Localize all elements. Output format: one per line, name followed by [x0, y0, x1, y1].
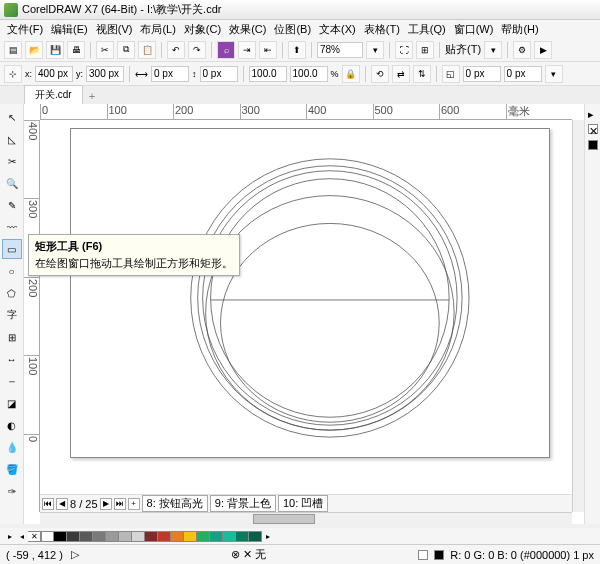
color-swatch[interactable] — [223, 531, 236, 542]
polygon-tool-icon[interactable]: ⬠ — [2, 283, 22, 303]
units-dropdown-icon[interactable]: ▾ — [545, 65, 563, 83]
fill-tool-icon[interactable]: 🪣 — [2, 459, 22, 479]
publish-icon[interactable]: ⬆ — [288, 41, 306, 59]
rotate-icon[interactable]: ⟲ — [371, 65, 389, 83]
menu-text[interactable]: 文本(X) — [316, 22, 359, 37]
color-swatch[interactable] — [249, 531, 262, 542]
shape-tool-icon[interactable]: ◺ — [2, 129, 22, 149]
color-swatch[interactable] — [171, 531, 184, 542]
add-tab-button[interactable]: + — [83, 88, 101, 104]
menu-bar[interactable]: 文件(F) 编辑(E) 视图(V) 布局(L) 对象(C) 效果(C) 位图(B… — [0, 20, 600, 38]
color-swatch[interactable] — [106, 531, 119, 542]
y-input[interactable] — [86, 66, 124, 82]
zoom-input[interactable] — [317, 42, 363, 58]
menu-layout[interactable]: 布局(L) — [137, 22, 178, 37]
menu-file[interactable]: 文件(F) — [4, 22, 46, 37]
zoom-dropdown-icon[interactable]: ▾ — [366, 41, 384, 59]
page-tab-10[interactable]: 10: 凹槽 — [278, 495, 328, 512]
zoom-tool-icon[interactable]: 🔍 — [2, 173, 22, 193]
no-fill-swatch[interactable]: ✕ — [588, 124, 598, 134]
fill-swatch[interactable] — [434, 550, 444, 560]
menu-edit[interactable]: 编辑(E) — [48, 22, 91, 37]
mirror-v-icon[interactable]: ⇅ — [413, 65, 431, 83]
menu-tools[interactable]: 工具(Q) — [405, 22, 449, 37]
rectangle-tool-icon[interactable]: ▭ — [2, 239, 22, 259]
color-swatch[interactable] — [210, 531, 223, 542]
dimension-tool-icon[interactable]: ↔ — [2, 349, 22, 369]
color-swatch[interactable] — [145, 531, 158, 542]
color-swatch[interactable] — [41, 531, 54, 542]
horizontal-ruler[interactable]: 0100200300400500600毫米 — [40, 104, 572, 120]
horizontal-scrollbar[interactable] — [40, 512, 572, 524]
palette-prev-icon[interactable]: ◂ — [16, 532, 28, 541]
offset-y-input[interactable] — [504, 66, 542, 82]
doc-tab[interactable]: 开关.cdr — [24, 85, 83, 104]
export-icon[interactable]: ⇤ — [259, 41, 277, 59]
width-input[interactable] — [151, 66, 189, 82]
palette-next-icon[interactable]: ▸ — [262, 532, 274, 541]
paste-icon[interactable]: 📋 — [138, 41, 156, 59]
palette-menu-icon[interactable]: ▸ — [4, 532, 16, 541]
vertical-ruler[interactable]: 4003002001000 — [24, 120, 40, 512]
height-input[interactable] — [200, 66, 238, 82]
color-swatch[interactable] — [236, 531, 249, 542]
sidebar-toggle-icon[interactable]: ▸ — [588, 108, 598, 118]
offset-x-input[interactable] — [463, 66, 501, 82]
undo-icon[interactable]: ↶ — [167, 41, 185, 59]
drawing-canvas[interactable] — [40, 120, 572, 494]
menu-window[interactable]: 窗口(W) — [451, 22, 497, 37]
options-icon[interactable]: ⚙ — [513, 41, 531, 59]
scale-y-input[interactable] — [290, 66, 328, 82]
last-page-icon[interactable]: ⏭ — [114, 498, 126, 510]
fullscreen-icon[interactable]: ⛶ — [395, 41, 413, 59]
page-tab-9[interactable]: 9: 背景上色 — [210, 495, 276, 512]
color-swatch[interactable] — [158, 531, 171, 542]
x-input[interactable] — [35, 66, 73, 82]
page[interactable] — [70, 128, 550, 458]
vertical-scrollbar[interactable] — [572, 120, 584, 512]
import-icon[interactable]: ⇥ — [238, 41, 256, 59]
freehand-tool-icon[interactable]: ✎ — [2, 195, 22, 215]
snap-label[interactable]: 贴齐(T) — [445, 42, 481, 57]
cut-icon[interactable]: ✂ — [96, 41, 114, 59]
print-icon[interactable]: 🖶 — [67, 41, 85, 59]
corner-icon[interactable]: ◱ — [442, 65, 460, 83]
first-page-icon[interactable]: ⏮ — [42, 498, 54, 510]
scale-x-input[interactable] — [249, 66, 287, 82]
new-icon[interactable]: ▤ — [4, 41, 22, 59]
color-swatch[interactable] — [197, 531, 210, 542]
color-swatch[interactable] — [132, 531, 145, 542]
text-tool-icon[interactable]: 字 — [2, 305, 22, 325]
outline-swatch[interactable] — [418, 550, 428, 560]
copy-icon[interactable]: ⧉ — [117, 41, 135, 59]
color-swatch[interactable] — [184, 531, 197, 542]
mirror-h-icon[interactable]: ⇄ — [392, 65, 410, 83]
menu-help[interactable]: 帮助(H) — [498, 22, 541, 37]
redo-icon[interactable]: ↷ — [188, 41, 206, 59]
pick-tool-icon[interactable]: ↖ — [2, 107, 22, 127]
ellipse-tool-icon[interactable]: ○ — [2, 261, 22, 281]
page-tab-8[interactable]: 8: 按钮高光 — [142, 495, 208, 512]
snap-dropdown-icon[interactable]: ▾ — [484, 41, 502, 59]
prev-page-icon[interactable]: ◀ — [56, 498, 68, 510]
launch-icon[interactable]: ▶ — [534, 41, 552, 59]
color-swatch[interactable] — [80, 531, 93, 542]
menu-view[interactable]: 视图(V) — [93, 22, 136, 37]
crop-tool-icon[interactable]: ✂ — [2, 151, 22, 171]
color-swatch[interactable] — [67, 531, 80, 542]
lock-ratio-icon[interactable]: 🔒 — [342, 65, 360, 83]
menu-effects[interactable]: 效果(C) — [226, 22, 269, 37]
outline-tool-icon[interactable]: ✑ — [2, 481, 22, 501]
next-page-icon[interactable]: ▶ — [100, 498, 112, 510]
table-tool-icon[interactable]: ⊞ — [2, 327, 22, 347]
next-icon[interactable]: ▷ — [71, 548, 79, 561]
color-swatch[interactable] — [93, 531, 106, 542]
rulers-icon[interactable]: ⊞ — [416, 41, 434, 59]
save-icon[interactable]: 💾 — [46, 41, 64, 59]
add-page-icon[interactable]: + — [128, 498, 140, 510]
no-color-swatch[interactable]: ✕ — [28, 531, 41, 542]
artistic-tool-icon[interactable]: 〰 — [2, 217, 22, 237]
menu-object[interactable]: 对象(C) — [181, 22, 224, 37]
open-icon[interactable]: 📂 — [25, 41, 43, 59]
eyedropper-tool-icon[interactable]: 💧 — [2, 437, 22, 457]
